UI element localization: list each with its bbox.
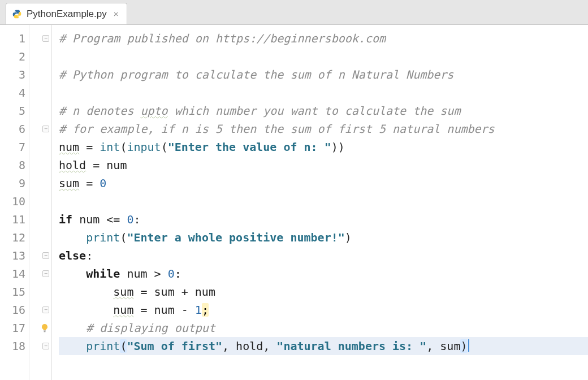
token-builtin: int [100,140,120,154]
line-number: 8 [0,156,25,174]
tab-bar: PythonExample.py × [0,0,588,25]
line-number: 15 [0,283,25,301]
token-keyword: else [59,249,86,262]
token-comment: which number you want to calculate the s… [168,104,461,118]
line-number: 2 [0,48,25,66]
code-line[interactable]: num = num - 1; [59,301,588,319]
line-number: 4 [0,84,25,102]
fold-gutter-cell [29,156,51,174]
token-string: "Enter the value of n: " [168,140,331,154]
tab-python-example[interactable]: PythonExample.py × [6,3,127,24]
line-number: 1 [0,29,25,48]
line-number: 17 [0,319,25,337]
code-line[interactable]: print("Enter a whole positive number!") [59,228,588,247]
fold-gutter-cell: − [29,337,51,355]
fold-gutter-cell [29,174,51,192]
token-operator: ) [345,231,352,244]
code-line[interactable]: # for example, if n is 5 then the sum of… [59,120,588,138]
token-comment: # displaying output [86,321,215,335]
code-line[interactable]: else: [59,247,588,265]
indent [59,339,86,353]
line-number: 5 [0,102,25,120]
fold-gutter-cell: − [29,301,51,319]
fold-gutter-cell [29,66,51,84]
line-number-gutter: 123456789101112131415161718 [0,25,29,380]
lightbulb-icon[interactable] [40,323,49,332]
token-operator: ( [161,140,168,154]
fold-gutter-cell [29,138,51,156]
token-keyword: while [86,267,120,280]
token-warning: ; [202,303,209,317]
line-number: 18 [0,337,25,355]
token-operator: = num [86,158,127,172]
line-number: 14 [0,265,25,283]
token-operator: , sum [426,339,460,353]
token-string: "Enter a whole positive number!" [127,231,344,244]
line-number: 12 [0,228,25,247]
line-number: 10 [0,192,25,210]
token-comment: # Python program to calculate the sum of… [59,68,453,81]
token-identifier: hold [59,158,86,172]
fold-gutter-cell: − [29,120,51,138]
token-number: 0 [100,176,106,190]
code-line[interactable]: hold = num [59,156,588,174]
indent [59,303,113,317]
indent [59,231,86,244]
token-operator: : [133,213,140,226]
fold-gutter-cell [29,48,51,66]
token-builtin: input [127,140,161,154]
code-line[interactable]: # n denotes upto which number you want t… [59,102,588,120]
tab-close-icon[interactable]: × [114,9,119,19]
token-builtin: print [86,339,120,353]
fold-open-icon[interactable]: − [42,35,49,42]
token-operator: : [175,267,181,280]
fold-open-icon[interactable]: − [42,270,49,277]
line-number: 9 [0,174,25,192]
svg-rect-3 [44,331,46,332]
code-line[interactable]: if num <= 0: [59,210,588,228]
fold-open-icon[interactable]: − [42,252,49,259]
fold-gutter-cell [29,210,51,228]
svg-point-0 [15,11,15,11]
token-operator: num > [120,267,167,280]
svg-point-1 [18,16,19,17]
fold-gutter: −−−−− − [29,25,52,380]
code-line[interactable]: num = int(input("Enter the value of n: "… [59,138,588,156]
token-identifier: sum [113,285,133,299]
code-line[interactable] [59,48,588,66]
token-operator: ( [120,140,127,154]
token-identifier: sum [59,176,79,190]
tab-filename: PythonExample.py [27,8,107,20]
fold-gutter-cell [29,228,51,247]
code-area[interactable]: # Program published on https://beginners… [52,25,588,380]
code-line[interactable] [59,192,588,210]
code-editor[interactable]: 123456789101112131415161718 −−−−− − # Pr… [0,25,588,380]
indent [59,321,86,335]
token-string: "Sum of first" [127,339,222,353]
indent [59,285,113,299]
code-line[interactable]: # Python program to calculate the sum of… [59,66,588,84]
text-cursor [468,339,469,352]
token-comment: # n denotes [59,104,141,118]
token-string: "natural numbers is: " [276,339,426,353]
fold-open-icon[interactable]: − [42,126,49,132]
token-identifier: num [113,303,133,317]
code-line[interactable]: print("Sum of first", hold, "natural num… [59,337,588,355]
code-line[interactable]: sum = sum + num [59,283,588,301]
code-line[interactable] [59,84,588,102]
python-file-icon [12,9,22,19]
token-operator: , hold, [222,339,276,353]
code-line[interactable]: # displaying output [59,319,588,337]
token-operator: = [79,176,100,190]
svg-rect-2 [44,331,46,331]
code-line[interactable]: while num > 0: [59,265,588,283]
token-number: 1 [195,303,202,317]
code-line[interactable]: sum = 0 [59,174,588,192]
fold-close-icon[interactable]: − [42,306,49,313]
code-line[interactable]: # Program published on https://beginners… [59,29,588,48]
token-comment: upto [141,104,168,118]
token-number: 0 [168,267,175,280]
fold-close-icon[interactable]: − [42,343,49,349]
fold-gutter-cell [29,319,51,337]
line-number: 16 [0,301,25,319]
